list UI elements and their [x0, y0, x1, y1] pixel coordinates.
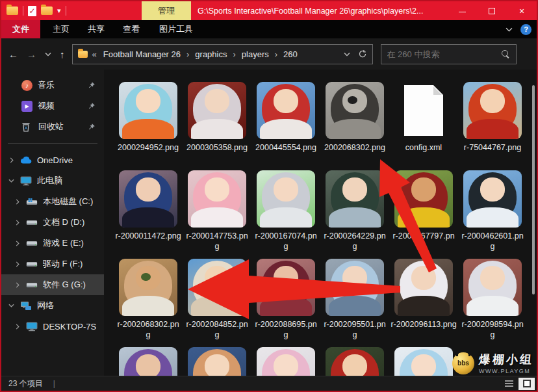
chevron-right-icon[interactable] — [14, 324, 21, 330]
file-name: r-2000462601.png — [459, 231, 526, 252]
file-item[interactable]: r-2002068302.png — [114, 259, 183, 347]
sidebar-item-desktop-pc[interactable]: DESKTOP-7S — [1, 316, 104, 337]
up-button[interactable]: ↑ — [60, 49, 65, 60]
minimize-button[interactable] — [447, 1, 477, 20]
file-item[interactable]: r-2000267797.png — [389, 170, 458, 259]
file-thumbnail — [394, 259, 453, 316]
chevron-right-icon[interactable] — [14, 241, 21, 246]
chevron-right-icon[interactable] — [14, 199, 21, 205]
file-item[interactable] — [114, 347, 183, 376]
file-thumbnail — [394, 347, 453, 376]
thumbnail-art — [411, 354, 436, 376]
properties-check-icon[interactable] — [28, 6, 36, 16]
large-icons-view-button[interactable] — [519, 378, 535, 390]
breadcrumb-item[interactable]: graphics — [193, 49, 229, 59]
sidebar-item-drive-d[interactable]: 文档 D (D:) — [1, 212, 104, 233]
file-thumbnail — [188, 259, 246, 316]
search-box[interactable] — [381, 44, 517, 64]
file-name: 2002068302.png — [322, 142, 388, 153]
search-input[interactable] — [387, 49, 502, 59]
file-item[interactable] — [389, 347, 458, 376]
sidebar-item-network[interactable]: 网络 — [1, 295, 104, 316]
new-folder-icon[interactable] — [41, 7, 53, 15]
file-item[interactable] — [320, 347, 389, 376]
recent-locations-icon[interactable] — [45, 52, 51, 57]
breadcrumb-separator: › — [274, 49, 279, 59]
file-item[interactable] — [251, 347, 320, 376]
sidebar-item-drive-g[interactable]: 软件 G (G:) — [1, 274, 104, 295]
chevron-right-icon[interactable] — [14, 282, 21, 288]
sidebar-item-onedrive[interactable]: OneDrive — [1, 150, 104, 170]
maximize-button[interactable] — [477, 1, 507, 20]
file-item[interactable]: r-2002088695.png — [251, 259, 320, 347]
sidebar-item-recycle-bin[interactable]: 回收站 — [1, 116, 104, 137]
tab-picture-tools[interactable]: 图片工具 — [153, 20, 199, 38]
vertical-scrollbar[interactable] — [532, 85, 535, 294]
file-item[interactable]: 2002068302.png — [320, 82, 389, 170]
tab-file[interactable]: 文件 — [1, 20, 40, 38]
folder-icon[interactable] — [6, 7, 18, 15]
file-item[interactable]: r-2002084852.png — [183, 259, 251, 347]
file-item[interactable]: 2000305358.png — [183, 82, 251, 170]
sidebar-item-music[interactable]: ♪音乐 — [1, 75, 104, 96]
sidebar-item-drive-f[interactable]: 驱动 F (F:) — [1, 254, 104, 274]
chevron-right-icon[interactable] — [14, 261, 21, 267]
thumbnail-art — [329, 207, 380, 228]
breadcrumb-item[interactable]: players — [240, 49, 271, 59]
chevron-right-icon[interactable] — [8, 157, 15, 163]
tab-view[interactable]: 查看 — [117, 20, 146, 38]
thumbnail-art — [122, 119, 173, 139]
file-item[interactable]: 2000294952.png — [114, 82, 183, 170]
breadcrumb-item[interactable]: Football Manager 26 — [101, 49, 183, 59]
drive-icon — [26, 238, 38, 248]
thumbnail-art — [191, 296, 242, 316]
file-item[interactable]: r-2000147753.png — [183, 170, 251, 259]
forward-button[interactable]: → — [27, 49, 36, 60]
sidebar-item-drive-e[interactable]: 游戏 E (E:) — [1, 233, 104, 254]
file-thumbnail — [257, 170, 315, 228]
file-item[interactable]: r-2000462601.png — [458, 170, 527, 259]
file-item[interactable]: r-2002098594.png — [458, 259, 527, 347]
file-item[interactable]: r-2000011472.png — [114, 170, 183, 259]
file-thumbnail — [119, 259, 177, 316]
sidebar-item-label: 文档 D (D:) — [43, 216, 84, 228]
large-icons-view-icon — [523, 380, 531, 387]
file-item[interactable]: r-2000264229.png — [320, 170, 389, 259]
file-thumbnail — [188, 170, 246, 228]
context-tab-manage[interactable]: 管理 — [142, 1, 191, 20]
tab-home[interactable]: 主页 — [47, 20, 75, 38]
chevron-down-icon[interactable] — [8, 304, 15, 307]
tab-share[interactable]: 共享 — [82, 20, 110, 38]
help-icon[interactable]: ? — [520, 24, 532, 35]
address-dropdown-icon[interactable] — [344, 52, 350, 57]
thumbnail-art — [329, 119, 380, 139]
details-view-button[interactable] — [501, 378, 517, 390]
address-bar[interactable]: « Football Manager 26›graphics›players›2… — [72, 44, 373, 64]
sidebar-item-this-pc[interactable]: 此电脑 — [1, 170, 104, 191]
file-item[interactable]: r-2002096113.png — [389, 259, 458, 347]
back-button[interactable]: ← — [8, 49, 18, 60]
chevron-down-icon[interactable] — [8, 179, 15, 183]
breadcrumb-collapsed[interactable]: « — [92, 49, 97, 59]
file-item[interactable]: r-2000167074.png — [251, 170, 320, 259]
system-drive-icon — [26, 196, 38, 207]
file-item[interactable]: r-2002095501.png — [320, 259, 389, 347]
ribbon-collapse-icon[interactable] — [506, 27, 513, 32]
thumbnail-art — [136, 89, 160, 112]
close-button[interactable]: × — [507, 1, 537, 20]
breadcrumb-item[interactable]: 260 — [281, 49, 300, 59]
file-item[interactable]: 2000445554.png — [251, 82, 320, 170]
file-item[interactable] — [183, 347, 251, 376]
thumbnail-art — [136, 177, 160, 201]
sidebar-item-videos[interactable]: ▶视频 — [1, 96, 104, 116]
search-icon[interactable] — [502, 50, 510, 59]
file-name: r-2000011472.png — [115, 231, 181, 241]
file-name: r-75044767.png — [459, 142, 526, 153]
refresh-icon[interactable] — [358, 49, 367, 59]
sidebar-item-drive-c[interactable]: 本地磁盘 (C:) — [1, 191, 104, 212]
file-item[interactable]: config.xml — [389, 82, 458, 170]
thumbnail-art — [136, 354, 160, 376]
file-item[interactable]: r-75044767.png — [458, 82, 527, 170]
qat-dropdown-icon[interactable]: ▾ — [57, 7, 61, 15]
chevron-right-icon[interactable] — [14, 220, 21, 226]
